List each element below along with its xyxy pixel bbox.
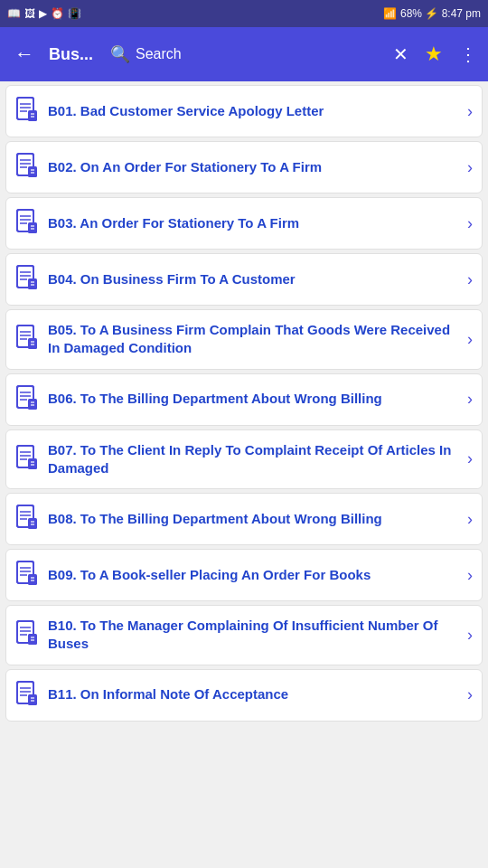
document-icon xyxy=(15,445,39,474)
svg-rect-61 xyxy=(28,518,37,529)
document-icon xyxy=(15,561,39,590)
svg-rect-21 xyxy=(28,222,37,233)
list-item-label: B05. To A Business Firm Complain That Go… xyxy=(48,321,460,358)
chevron-right-icon: › xyxy=(467,510,473,529)
svg-rect-13 xyxy=(28,166,37,177)
chevron-right-icon: › xyxy=(467,158,473,177)
search-label[interactable]: Search xyxy=(136,46,182,62)
list-item[interactable]: B09. To A Book-seller Placing An Order F… xyxy=(5,549,483,601)
app-bar: ← Bus... 🔍 Search ✕ ★ ⋮ xyxy=(0,27,488,81)
status-bar: 📖 🖼 ▶ ⏰ 📳 📶 68% ⚡ 8:47 pm xyxy=(0,0,488,27)
search-area: 🔍 Search xyxy=(110,44,382,64)
search-icon[interactable]: 🔍 xyxy=(110,44,130,64)
svg-rect-29 xyxy=(28,278,37,289)
list-item-label: B06. To The Billing Department About Wro… xyxy=(48,390,460,408)
chevron-right-icon: › xyxy=(467,626,473,645)
app-icon-video: ▶ xyxy=(39,7,47,20)
app-icon-book: 📖 xyxy=(7,7,21,20)
close-button[interactable]: ✕ xyxy=(389,40,412,69)
svg-rect-69 xyxy=(28,574,37,585)
star-button[interactable]: ★ xyxy=(421,39,446,70)
list-item[interactable]: B02. On An Order For Stationery To A Fir… xyxy=(5,141,483,193)
sim-icon: 📳 xyxy=(68,7,81,20)
app-icon-image: 🖼 xyxy=(24,7,35,20)
chevron-right-icon: › xyxy=(467,102,473,121)
svg-rect-85 xyxy=(28,694,37,705)
status-left-icons: 📖 🖼 ▶ ⏰ 📳 xyxy=(7,7,81,20)
svg-rect-45 xyxy=(28,399,37,410)
list-item[interactable]: B06. To The Billing Department About Wro… xyxy=(5,373,483,426)
app-bar-title: Bus... xyxy=(49,45,103,64)
list-item-label: B02. On An Order For Stationery To A Fir… xyxy=(48,158,460,176)
chevron-right-icon: › xyxy=(467,330,473,349)
svg-rect-5 xyxy=(28,110,37,121)
document-icon xyxy=(15,620,39,649)
chevron-right-icon: › xyxy=(467,270,473,289)
chevron-right-icon: › xyxy=(467,566,473,585)
list-item-label: B09. To A Book-seller Placing An Order F… xyxy=(48,566,460,584)
list-item[interactable]: B10. To The Manager Complaining Of Insuf… xyxy=(5,605,483,665)
list-item[interactable]: B08. To The Billing Department About Wro… xyxy=(5,493,483,545)
list-item-label: B01. Bad Customer Service Apology Letter xyxy=(48,102,460,120)
svg-rect-53 xyxy=(28,458,37,469)
list-item-label: B11. On Informal Note Of Acceptance xyxy=(48,685,460,703)
chevron-right-icon: › xyxy=(467,214,473,233)
chevron-right-icon: › xyxy=(467,449,473,468)
document-icon xyxy=(15,385,39,414)
svg-rect-37 xyxy=(28,338,37,349)
list-item[interactable]: B05. To A Business Firm Complain That Go… xyxy=(5,309,483,370)
document-icon xyxy=(15,153,39,182)
back-button[interactable]: ← xyxy=(7,39,42,70)
chevron-right-icon: › xyxy=(467,390,473,409)
list-item-label: B03. An Order For Stationery To A Firm xyxy=(48,214,460,232)
list-item-label: B07. To The Client In Reply To Complaint… xyxy=(48,441,460,478)
app-bar-actions: ✕ ★ ⋮ xyxy=(389,39,481,70)
document-icon xyxy=(15,209,39,238)
list-item[interactable]: B03. An Order For Stationery To A Firm› xyxy=(5,197,483,250)
list-item-label: B08. To The Billing Department About Wro… xyxy=(48,510,460,528)
document-icon xyxy=(15,265,39,294)
alarm-icon: ⏰ xyxy=(51,7,64,20)
document-icon xyxy=(15,681,39,710)
status-right-info: 📶 68% ⚡ 8:47 pm xyxy=(383,7,481,20)
battery-percentage: 68% ⚡ 8:47 pm xyxy=(400,7,481,20)
svg-rect-77 xyxy=(28,634,37,645)
document-icon xyxy=(15,325,39,354)
chevron-right-icon: › xyxy=(467,685,473,704)
list-item-label: B04. On Business Firm To A Customer xyxy=(48,270,460,288)
list-item[interactable]: B01. Bad Customer Service Apology Letter… xyxy=(5,85,483,137)
list-item[interactable]: B07. To The Client In Reply To Complaint… xyxy=(5,429,483,490)
list-container: B01. Bad Customer Service Apology Letter… xyxy=(0,81,488,725)
list-item-label: B10. To The Manager Complaining Of Insuf… xyxy=(48,617,460,654)
more-options-button[interactable]: ⋮ xyxy=(455,40,481,69)
signal-icon: 📶 xyxy=(383,7,397,20)
document-icon xyxy=(15,97,39,126)
document-icon xyxy=(15,505,39,533)
list-item[interactable]: B11. On Informal Note Of Acceptance› xyxy=(5,669,483,722)
list-item[interactable]: B04. On Business Firm To A Customer› xyxy=(5,253,483,306)
